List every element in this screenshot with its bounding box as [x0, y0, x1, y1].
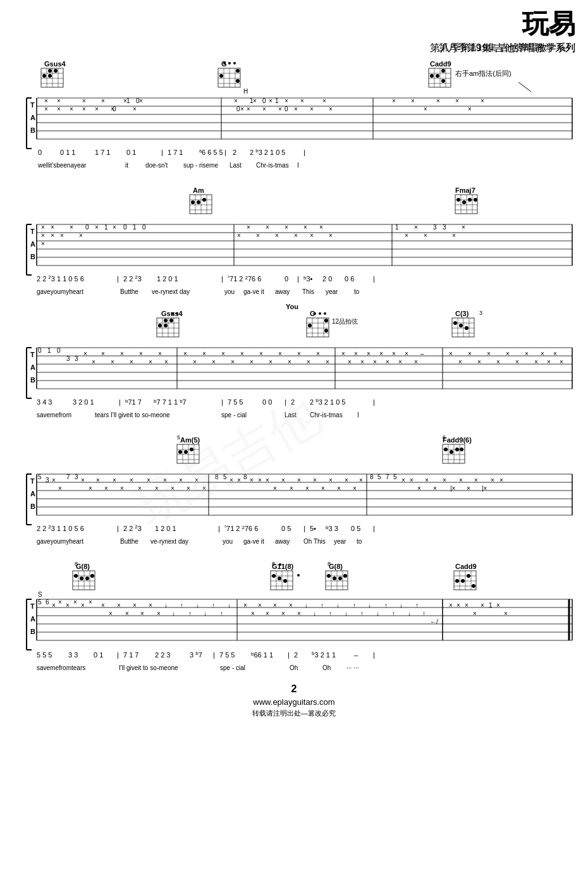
svg-text:×: ×	[41, 224, 45, 231]
svg-text:×: ×	[58, 599, 62, 606]
svg-text:×: ×	[337, 485, 341, 492]
svg-text:b7  7  1  1 b7: b7 7 1 1 b7	[154, 398, 187, 406]
svg-text:×: ×	[462, 224, 465, 231]
svg-text:×: ×	[496, 358, 500, 365]
svg-text:×: ×	[290, 485, 293, 492]
svg-text:×: ×	[247, 106, 250, 113]
svg-text:0  5: 0 5	[281, 525, 291, 532]
svg-point-222	[164, 319, 168, 322]
svg-text:×: ×	[41, 240, 45, 247]
svg-text:year: year	[334, 538, 346, 545]
svg-text:↓: ↓	[376, 610, 379, 617]
svg-text:转载请注明出处—篡改必究: 转载请注明出处—篡改必究	[252, 709, 336, 717]
svg-text:⁵71  2 276  6: ⁵71 2 276 6	[228, 275, 261, 283]
svg-point-489	[272, 574, 276, 578]
svg-text:3: 3	[46, 477, 49, 484]
svg-text:×: ×	[379, 350, 383, 357]
svg-text:2 2 23: 2 2 23	[123, 524, 142, 532]
svg-text:|×: |×	[450, 485, 456, 492]
svg-text:×: ×	[499, 477, 503, 484]
svg-point-505	[343, 574, 347, 578]
svg-text:1 7 1: 1 7 1	[95, 149, 110, 156]
svg-text:×: ×	[125, 610, 129, 617]
svg-text:doe-sn't: doe-sn't	[145, 162, 168, 169]
svg-text:8: 8	[272, 561, 275, 567]
svg-text:|: |	[373, 651, 375, 659]
svg-text:×: ×	[251, 610, 255, 617]
svg-text:↓: ↓	[400, 602, 403, 609]
svg-text:×: ×	[281, 610, 285, 617]
svg-text:b71  7: b71 7	[125, 398, 142, 406]
svg-text:×: ×	[247, 224, 250, 231]
svg-text:5•: 5•	[310, 525, 316, 532]
svg-text:|: |	[373, 398, 375, 406]
svg-text:Butthe: Butthe	[120, 538, 138, 545]
svg-text:Am(5): Am(5)	[180, 436, 200, 444]
svg-point-226	[314, 312, 316, 315]
svg-text:savemefromtears: savemefromtears	[37, 664, 85, 671]
svg-text:5: 5	[38, 473, 42, 480]
svg-text:H: H	[243, 88, 248, 95]
svg-point-516	[467, 574, 470, 578]
svg-text:×: ×	[133, 602, 137, 609]
svg-point-476	[80, 577, 83, 580]
svg-text:I: I	[297, 162, 299, 169]
svg-text:×: ×	[553, 350, 557, 357]
svg-text:×: ×	[70, 106, 73, 113]
svg-text:↑: ↑	[384, 602, 388, 609]
svg-text:5: 5	[177, 434, 180, 441]
svg-text:×: ×	[297, 350, 301, 357]
svg-text:ve-rynext day: ve-rynext day	[152, 288, 190, 295]
svg-text:2  0: 2 0	[322, 275, 332, 283]
svg-text:×: ×	[481, 602, 484, 609]
svg-text:T: T	[30, 101, 35, 109]
svg-text:×: ×	[405, 350, 408, 357]
svg-text:×: ×	[313, 477, 317, 484]
svg-point-503	[333, 577, 336, 580]
svg-text:×: ×	[303, 224, 307, 231]
svg-text:×: ×	[101, 97, 105, 104]
svg-point-251	[465, 326, 469, 330]
svg-text:×: ×	[477, 358, 481, 365]
svg-point-13	[223, 62, 226, 64]
svg-text:7  5  5: 7 5 5	[219, 651, 235, 659]
svg-text:–: –	[354, 651, 358, 659]
svg-text:gaveyoumyheart: gaveyoumyheart	[37, 288, 83, 295]
svg-text:spe - cial: spe - cial	[221, 412, 247, 418]
svg-text:|: |	[161, 149, 163, 156]
svg-text:×: ×	[424, 232, 427, 239]
svg-text:|: |	[119, 398, 121, 406]
svg-text:T: T	[30, 602, 35, 610]
svg-point-477	[85, 577, 89, 580]
svg-text:×: ×	[95, 224, 99, 231]
svg-text:↑: ↑	[392, 610, 395, 617]
svg-text:b3  3: b3 3	[326, 525, 338, 532]
svg-text:×: ×	[294, 106, 298, 113]
svg-text:7: 7	[386, 473, 389, 480]
svg-text:×: ×	[341, 350, 345, 357]
svg-text:A: A	[30, 490, 35, 497]
svg-text:×: ×	[465, 602, 469, 609]
svg-text:8: 8	[370, 473, 374, 480]
svg-text:3: 3	[443, 224, 446, 231]
svg-text:×: ×	[424, 106, 427, 113]
svg-text:×: ×	[321, 485, 325, 492]
svg-text:×: ×	[101, 602, 105, 609]
svg-text:×: ×	[443, 477, 446, 484]
svg-text:×: ×	[547, 358, 551, 365]
svg-text:12品拍弦: 12品拍弦	[332, 318, 358, 325]
svg-rect-468	[73, 571, 95, 590]
svg-text:3: 3	[75, 355, 78, 362]
svg-text:|: |	[117, 651, 119, 659]
svg-text:Oh: Oh	[322, 664, 331, 671]
svg-text:0: 0	[136, 97, 140, 104]
svg-text:0: 0	[85, 224, 89, 231]
svg-text:×: ×	[278, 106, 282, 113]
svg-text:1: 1	[133, 224, 137, 231]
svg-rect-1	[41, 68, 63, 87]
svg-point-249	[453, 321, 457, 325]
svg-text:×: ×	[82, 106, 86, 113]
svg-text:×: ×	[262, 106, 266, 113]
svg-text:×: ×	[285, 97, 288, 104]
svg-text:×: ×	[60, 232, 64, 239]
